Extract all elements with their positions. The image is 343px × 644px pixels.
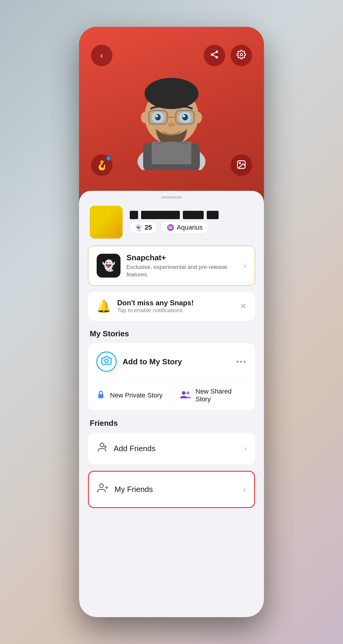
snapplus-card[interactable]: 👻 Snapchat+ Exclusive, experimental and … (88, 246, 255, 286)
back-button[interactable]: ‹ (91, 45, 112, 66)
photo-icon (236, 160, 246, 171)
username-block-2 (141, 211, 180, 219)
snapplus-ghost-icon: 👻 (102, 259, 115, 272)
svg-point-34 (100, 484, 103, 488)
phone-shell: ‹ (79, 27, 264, 617)
add-friends-arrow-icon: › (244, 444, 247, 453)
friends-card: Add Friends › (88, 433, 255, 465)
svg-point-18 (155, 114, 161, 120)
svg-point-19 (182, 114, 188, 120)
add-friends-label: Add Friends (114, 444, 238, 453)
svg-point-27 (105, 359, 108, 363)
my-friends-card[interactable]: My Friends › (88, 471, 255, 508)
username-area: 👻 25 ♒ Aquarius (130, 211, 253, 233)
svg-point-10 (149, 82, 194, 99)
add-to-my-story-label: Add to My Story (123, 357, 230, 366)
new-private-story-item[interactable]: New Private Story (88, 380, 172, 410)
story-camera-wrap (96, 352, 117, 372)
new-shared-story-item[interactable]: New Shared Story (172, 380, 255, 410)
story-options-icon[interactable]: ••• (236, 357, 247, 366)
svg-point-30 (186, 391, 189, 394)
camera-icon (101, 355, 112, 368)
back-icon: ‹ (100, 51, 103, 60)
username-block-1 (130, 211, 138, 219)
notification-close-icon[interactable]: ✕ (240, 302, 247, 311)
snap-score-badge[interactable]: 👻 25 (130, 222, 157, 233)
drag-handle (161, 196, 182, 199)
hero-section: ‹ (79, 27, 264, 206)
my-stories-section-title: My Stories (79, 329, 264, 343)
svg-rect-28 (98, 394, 103, 398)
notification-subtitle: Tap to enable notifications (117, 307, 234, 314)
username-block-3 (183, 211, 204, 219)
phone-inner: ‹ (79, 27, 264, 617)
svg-point-31 (100, 443, 104, 447)
svg-point-5 (240, 53, 242, 56)
snapplus-text-area: Snapchat+ Exclusive, experimental and pr… (126, 253, 238, 278)
hanger-icon: 🪝 (96, 160, 107, 171)
svg-point-26 (239, 162, 240, 164)
new-shared-story-label: New Shared Story (196, 388, 247, 403)
bitmoji-avatar (121, 45, 222, 170)
notification-dot (106, 156, 111, 161)
new-private-story-label: New Private Story (110, 391, 163, 399)
snapplus-arrow-icon: › (244, 261, 246, 270)
stories-card: Add to My Story ••• New Private Story (88, 343, 255, 410)
settings-button[interactable] (231, 45, 252, 66)
profile-row: 👻 25 ♒ Aquarius (79, 206, 264, 246)
svg-point-29 (182, 391, 186, 395)
avatar-pixel-art (90, 206, 123, 239)
shared-people-icon (180, 390, 191, 401)
username-block-4 (207, 211, 219, 219)
zodiac-label: Aquarius (177, 224, 203, 231)
snapplus-title: Snapchat+ (126, 253, 238, 262)
zodiac-badge[interactable]: ♒ Aquarius (160, 222, 209, 233)
svg-rect-24 (152, 142, 191, 164)
svg-point-20 (156, 115, 158, 117)
snap-score-value: 25 (145, 224, 152, 231)
my-friends-arrow-icon: › (243, 485, 246, 494)
profile-avatar (90, 206, 123, 239)
add-to-my-story-row[interactable]: Add to My Story ••• (88, 343, 255, 380)
notification-text: Don't miss any Snaps! Tap to enable noti… (117, 299, 234, 314)
my-friends-icon (97, 482, 109, 496)
notification-card[interactable]: 🔔 Don't miss any Snaps! Tap to enable no… (88, 292, 255, 321)
settings-icon (237, 50, 246, 61)
lock-icon (96, 390, 105, 401)
snap-score-icon: 👻 (135, 224, 142, 231)
add-friends-icon (96, 442, 108, 456)
snapplus-icon-wrap: 👻 (97, 254, 120, 278)
hero-background: ‹ (79, 27, 264, 206)
add-friends-row[interactable]: Add Friends › (88, 433, 255, 465)
story-sub-row: New Private Story New Shared Story (88, 380, 255, 410)
my-friends-label: My Friends (115, 485, 237, 494)
username-line (130, 211, 253, 219)
my-friends-row: My Friends › (89, 472, 254, 507)
zodiac-icon: ♒ (167, 224, 174, 231)
badges-row: 👻 25 ♒ Aquarius (130, 222, 253, 233)
content-panel: 👻 25 ♒ Aquarius 👻 Snapchat+ (79, 191, 264, 617)
svg-point-22 (168, 122, 175, 127)
notification-title: Don't miss any Snaps! (117, 299, 234, 307)
bell-icon: 🔔 (96, 299, 111, 313)
friends-section-title: Friends (79, 419, 264, 433)
svg-point-21 (183, 115, 185, 117)
wardrobe-button[interactable]: 🪝 (91, 154, 112, 176)
memories-button[interactable] (231, 154, 252, 176)
snapplus-subtitle: Exclusive, experimental and pre-release … (126, 264, 238, 278)
